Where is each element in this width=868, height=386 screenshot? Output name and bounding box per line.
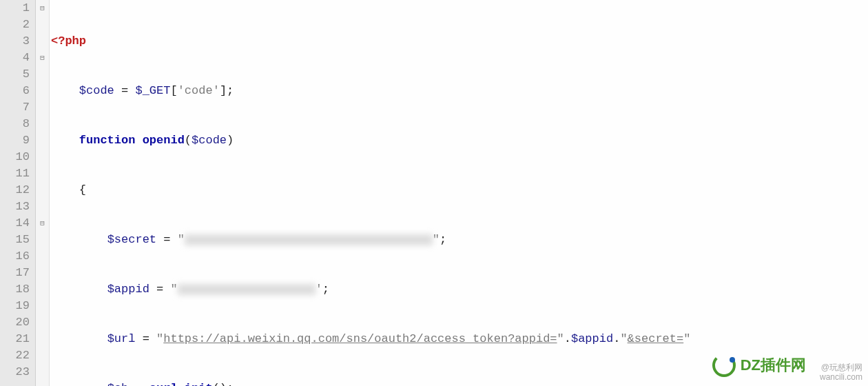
line-number: 15: [0, 232, 30, 248]
line-number: 14: [0, 215, 30, 232]
code-editor[interactable]: 1 2 3 4 5 6 7 8 9 10 11 12 13 14 15 16 1…: [0, 0, 868, 386]
site-logo: DZ插件网: [712, 353, 806, 378]
line-number: 5: [0, 66, 30, 83]
line-number: 2: [0, 17, 30, 33]
redacted-secret: [185, 234, 433, 245]
watermark: @玩慈利网 wancili.com: [820, 363, 862, 382]
line-number: 12: [0, 182, 30, 199]
line-number: 11: [0, 165, 30, 182]
svg-point-0: [712, 353, 736, 378]
code-line[interactable]: $url = "https://api.weixin.qq.com/sns/oa…: [50, 331, 868, 347]
line-number: 17: [0, 265, 30, 281]
fold-toggle-icon[interactable]: ⊟: [36, 50, 49, 66]
watermark-url: wancili.com: [820, 372, 862, 382]
code-line[interactable]: $ch = curl_init();: [50, 380, 868, 386]
svg-point-1: [730, 357, 735, 363]
line-number: 6: [0, 83, 30, 99]
line-number: 20: [0, 314, 30, 331]
fold-toggle-icon[interactable]: ⊟: [36, 0, 49, 17]
line-number: 18: [0, 281, 30, 298]
code-line[interactable]: $secret = "";: [50, 232, 868, 248]
line-number: 7: [0, 99, 30, 116]
line-number: 22: [0, 347, 30, 364]
redacted-appid: [178, 284, 316, 295]
code-line[interactable]: function openid($code): [50, 132, 868, 149]
line-number: 10: [0, 149, 30, 165]
code-area[interactable]: <?php $code = $_GET['code']; function op…: [50, 0, 868, 386]
line-number: 9: [0, 132, 30, 149]
line-number-gutter: 1 2 3 4 5 6 7 8 9 10 11 12 13 14 15 16 1…: [0, 0, 36, 386]
logo-icon: [712, 353, 736, 378]
code-line[interactable]: {: [50, 182, 868, 199]
line-number: 16: [0, 248, 30, 265]
line-number: 8: [0, 116, 30, 132]
watermark-handle: @玩慈利网: [820, 363, 862, 372]
code-line[interactable]: $code = $_GET['code'];: [50, 83, 868, 99]
line-number: 3: [0, 33, 30, 50]
logo-text: DZ插件网: [741, 355, 806, 376]
line-number: 21: [0, 331, 30, 347]
fold-gutter: ⊟ ⊟ ⊟: [36, 0, 50, 386]
line-number: 4: [0, 50, 30, 66]
code-line[interactable]: <?php: [50, 33, 868, 50]
line-number: 13: [0, 199, 30, 215]
line-number: 23: [0, 364, 30, 380]
code-line[interactable]: $appid = "';: [50, 281, 868, 298]
php-open-tag: <?php: [51, 34, 86, 48]
line-number: 1: [0, 0, 30, 17]
line-number: 19: [0, 298, 30, 314]
fold-toggle-icon[interactable]: ⊟: [36, 215, 49, 232]
